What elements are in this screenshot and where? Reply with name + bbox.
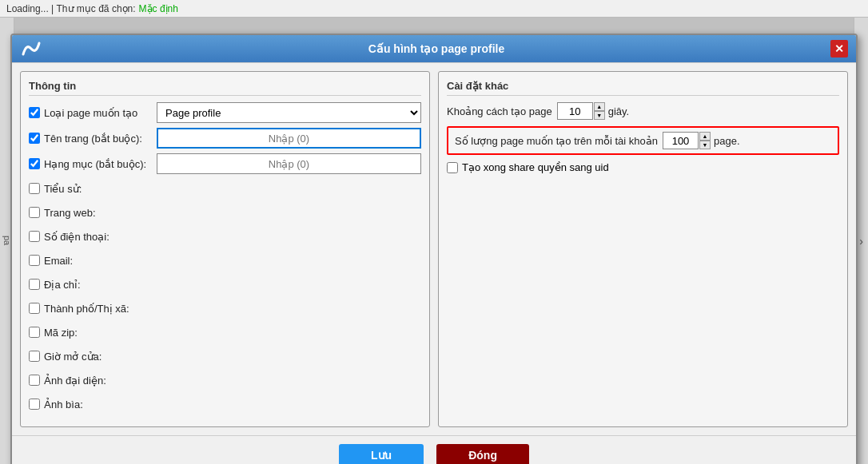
so-luong-up-button[interactable]: ▲ [699, 132, 711, 141]
logo [20, 40, 42, 58]
thanh-pho-label: Thành phố/Thị xã: [29, 303, 157, 315]
left-panel: Thông tin Loại page muốn tạo Page profil… [20, 71, 430, 427]
dialog: Cấu hình tạo page profile ✕ Thông tin Lo… [10, 34, 858, 464]
so-luong-highlighted-row: Số lượng page muốn tạo trên mỗi tài khoả… [447, 126, 839, 155]
hang-muc-label: Hạng mục (bắt buộc): [29, 158, 157, 170]
logo-icon [20, 40, 42, 58]
share-quyen-label: Tạo xong share quyền sang uid [462, 161, 609, 173]
mac-dinh-text: Mặc định [139, 3, 178, 14]
dialog-title: Cấu hình tạo page profile [42, 42, 830, 55]
loai-page-select[interactable]: Page profile [157, 102, 421, 123]
dialog-body: Thông tin Loại page muốn tạo Page profil… [12, 62, 856, 435]
gio-mo-cua-label: Giờ mở cửa: [29, 351, 157, 363]
so-dien-thoai-label: Số điện thoại: [29, 231, 157, 243]
ten-trang-checkbox[interactable] [29, 133, 40, 144]
hang-muc-input[interactable] [157, 153, 421, 174]
anh-bia-checkbox[interactable] [29, 399, 40, 410]
email-label: Email: [29, 255, 157, 267]
so-luong-spinner: ▲ ▼ [663, 132, 711, 149]
right-panel-label: Cài đặt khác [447, 80, 839, 96]
dia-chi-label: Địa chỉ: [29, 279, 157, 291]
so-luong-input[interactable] [663, 132, 699, 149]
close-button[interactable]: ✕ [830, 40, 848, 58]
dia-chi-checkbox[interactable] [29, 279, 40, 290]
khoang-cach-down-button[interactable]: ▼ [594, 111, 605, 120]
loai-page-field: Page profile [157, 102, 421, 123]
ten-trang-field [157, 128, 421, 149]
right-panel: Cài đặt khác Khoảng cách tạo page ▲ ▼ gi… [438, 71, 848, 427]
ten-trang-label: Tên trang (bắt buộc): [29, 133, 157, 145]
gio-mo-cua-checkbox[interactable] [29, 351, 40, 362]
loading-text: Loading... [6, 3, 49, 14]
so-dien-thoai-checkbox[interactable] [29, 231, 40, 242]
dong-button[interactable]: Đóng [436, 444, 529, 464]
loai-page-row: Loại page muốn tạo Page profile [29, 102, 421, 123]
hang-muc-field [157, 153, 421, 174]
gio-mo-cua-row: Giờ mở cửa: [29, 347, 421, 366]
anh-dai-dien-checkbox[interactable] [29, 375, 40, 386]
so-luong-down-button[interactable]: ▼ [699, 141, 711, 149]
thu-muc-text: Thư mục đã chọn: [57, 3, 136, 14]
email-row: Email: [29, 251, 421, 270]
ten-trang-row: Tên trang (bắt buộc): [29, 128, 421, 149]
share-quyen-row: Tạo xong share quyền sang uid [447, 161, 839, 173]
hang-muc-row: Hạng mục (bắt buộc): [29, 153, 421, 174]
ten-trang-input[interactable] [157, 128, 421, 149]
anh-dai-dien-label: Ảnh đại diện: [29, 375, 157, 387]
dialog-overlay: Cấu hình tạo page profile ✕ Thông tin Lo… [0, 18, 868, 464]
dialog-titlebar: Cấu hình tạo page profile ✕ [12, 35, 856, 62]
hang-muc-checkbox[interactable] [29, 158, 40, 169]
luu-button[interactable]: Lưu [339, 444, 424, 464]
ma-zip-row: Mã zip: [29, 323, 421, 342]
loai-page-label: Loại page muốn tạo [29, 107, 157, 119]
thanh-pho-row: Thành phố/Thị xã: [29, 299, 421, 318]
khoang-cach-spinner: ▲ ▼ [557, 102, 605, 120]
dia-chi-row: Địa chỉ: [29, 275, 421, 294]
tieu-su-label: Tiểu sử: [29, 183, 157, 195]
trang-web-checkbox[interactable] [29, 207, 40, 218]
left-panel-label: Thông tin [29, 80, 421, 96]
khoang-cach-label: Khoảng cách tạo page [447, 105, 552, 117]
so-dien-thoai-row: Số điện thoại: [29, 227, 421, 246]
dialog-footer: Lưu Đóng [12, 435, 856, 464]
so-luong-label: Số lượng page muốn tạo trên mỗi tài khoả… [455, 135, 658, 147]
khoang-cach-row: Khoảng cách tạo page ▲ ▼ giây. [447, 102, 839, 120]
khoang-cach-up-button[interactable]: ▲ [594, 102, 605, 111]
so-luong-spinner-buttons: ▲ ▼ [699, 132, 711, 149]
tieu-su-checkbox[interactable] [29, 183, 40, 194]
tieu-su-row: Tiểu sử: [29, 179, 421, 198]
top-bar: Loading... | Thư mục đã chọn: Mặc định [0, 0, 868, 18]
trang-web-label: Trang web: [29, 207, 157, 219]
trang-web-row: Trang web: [29, 203, 421, 222]
anh-bia-row: Ảnh bìa: [29, 395, 421, 414]
ma-zip-checkbox[interactable] [29, 327, 40, 338]
khoang-cach-unit: giây. [608, 105, 630, 117]
thanh-pho-checkbox[interactable] [29, 303, 40, 314]
khoang-cach-spinner-buttons: ▲ ▼ [594, 102, 605, 120]
so-luong-unit: page. [714, 135, 740, 147]
share-quyen-checkbox[interactable] [447, 162, 458, 173]
khoang-cach-input[interactable] [557, 102, 593, 120]
loai-page-checkbox[interactable] [29, 107, 40, 118]
ma-zip-label: Mã zip: [29, 327, 157, 339]
anh-bia-label: Ảnh bìa: [29, 399, 157, 410]
email-checkbox[interactable] [29, 255, 40, 266]
anh-dai-dien-row: Ảnh đại diện: [29, 371, 421, 390]
